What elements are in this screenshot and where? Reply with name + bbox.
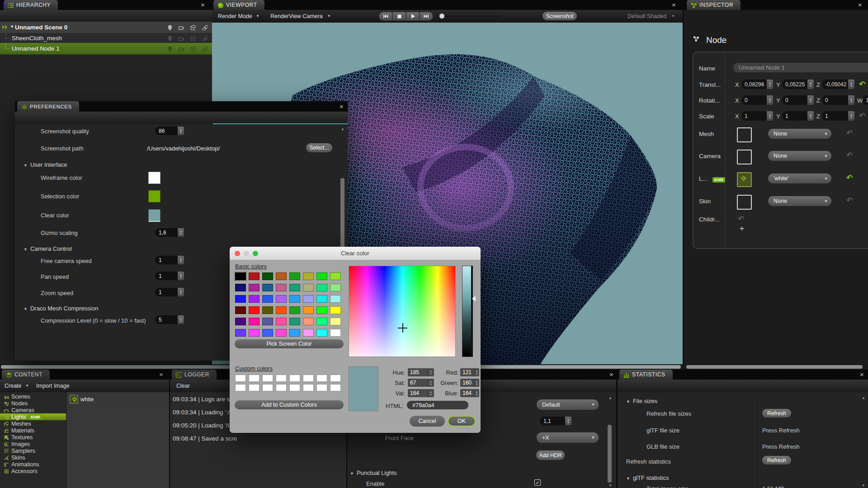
hierarchy-row-node-selected[interactable]: Unnamed Node 1 [0, 43, 212, 55]
mesh-undo-icon[interactable]: ↶ [846, 128, 853, 138]
custom-color-swatch[interactable] [330, 375, 341, 382]
basic-color-swatch[interactable] [303, 329, 314, 337]
location-pin-icon[interactable] [166, 24, 172, 30]
basic-color-swatch[interactable] [289, 329, 300, 337]
tab-viewport[interactable]: VIEWPORT [213, 0, 264, 10]
custom-color-swatch[interactable] [303, 375, 314, 382]
scale-z-field[interactable]: 1▲▼ [822, 111, 854, 121]
basic-color-swatch[interactable] [289, 318, 300, 325]
basic-color-swatch[interactable] [249, 295, 259, 303]
basic-color-swatch[interactable] [235, 306, 246, 314]
pan-speed-stepper[interactable]: 1▲▼ [155, 272, 184, 280]
camera-undo-icon[interactable]: ↶ [846, 150, 853, 160]
skin-undo-icon[interactable]: ↶ [846, 196, 853, 205]
basic-color-swatch[interactable] [276, 306, 287, 314]
basic-color-swatch[interactable] [262, 284, 273, 291]
basic-color-swatch[interactable] [316, 284, 327, 291]
camera-dropdown[interactable]: RenderView Camera [270, 13, 323, 19]
light-item-label[interactable]: white [80, 396, 94, 403]
exposure-stepper[interactable]: 1,1▲▼ [540, 417, 571, 425]
camera-checkbox[interactable] [737, 150, 752, 164]
sidebar-item-textures[interactable]: Textures [0, 434, 66, 441]
basic-color-swatch[interactable] [316, 295, 327, 303]
skin-dropdown[interactable]: None▼ [768, 196, 831, 206]
cube-icon[interactable] [190, 46, 196, 52]
statistics-close-icon[interactable]: × [860, 371, 864, 378]
scroll-up-icon[interactable]: ▲ [862, 396, 865, 400]
value-slider-handle[interactable] [472, 296, 476, 301]
basic-color-swatch[interactable] [235, 318, 246, 325]
gizmo-scaling-stepper[interactable]: 1,6▲▼ [155, 228, 184, 237]
sidebar-item-meshes[interactable]: Meshes [0, 420, 66, 427]
refresh-file-sizes-button[interactable]: Refresh [762, 409, 791, 418]
render-mode-dropdown[interactable]: Render Mode [218, 13, 252, 19]
hue-saturation-map[interactable] [349, 266, 456, 357]
hierarchy-row-scene[interactable]: * Unnamed Scene 0 [0, 22, 212, 33]
basic-color-swatch[interactable] [249, 272, 259, 280]
basic-color-swatch[interactable] [262, 295, 273, 303]
basic-color-swatch[interactable] [289, 306, 300, 314]
inspector-close-icon[interactable]: × [858, 1, 862, 8]
node-row-icons[interactable] [160, 46, 208, 52]
basic-color-swatch[interactable] [276, 329, 287, 337]
link-icon[interactable] [202, 46, 208, 52]
custom-color-swatch[interactable] [303, 384, 314, 391]
timeline-slider-handle[interactable] [439, 14, 444, 19]
basic-color-swatch[interactable] [316, 306, 327, 314]
children-undo-icon[interactable]: ↶ [738, 214, 744, 224]
stop-button[interactable] [393, 12, 406, 20]
preferences-close-icon[interactable]: × [340, 103, 344, 110]
scale-x-field[interactable]: 1▲▼ [741, 111, 773, 121]
cube-icon[interactable] [190, 24, 196, 30]
custom-color-swatch[interactable] [289, 384, 300, 391]
dialog-title-bar[interactable]: Clear color [230, 247, 481, 260]
tonemap-dropdown[interactable]: Default▼ [537, 399, 599, 410]
video-camera-icon[interactable] [178, 24, 184, 30]
mesh-checkbox[interactable] [737, 127, 752, 142]
camera-control-header[interactable]: ▼Camera Control [24, 245, 72, 252]
sat-field[interactable]: 67▲▼ [408, 379, 434, 387]
basic-color-swatch[interactable] [330, 284, 341, 291]
green-field[interactable]: 160▲▼ [460, 379, 479, 387]
basic-color-swatch[interactable] [289, 284, 300, 291]
translation-undo-icon[interactable]: ↶ [859, 80, 865, 89]
refresh-statistics-button[interactable]: Refresh [762, 456, 791, 465]
basic-color-swatch[interactable] [330, 318, 341, 325]
scroll-up-icon[interactable]: ▲ [341, 127, 344, 131]
video-camera-icon[interactable] [178, 35, 184, 41]
translation-y-field[interactable]: 0,05225▲▼ [782, 80, 814, 89]
hierarchy-close-icon[interactable]: × [201, 1, 205, 8]
hierarchy-row-mesh[interactable]: SheenCloth_mesh [0, 33, 212, 43]
sidebar-item-accessors[interactable]: Accessors [0, 468, 66, 474]
sidebar-item-materials[interactable]: Materials [0, 427, 66, 434]
light-undo-icon[interactable]: ↶ [846, 173, 853, 183]
add-hdr-button[interactable]: Add HDR [536, 450, 565, 460]
custom-color-swatch[interactable] [249, 384, 259, 391]
camera-dropdown-inspector[interactable]: None▼ [768, 151, 831, 161]
basic-color-swatch[interactable] [330, 295, 341, 303]
basic-color-swatch[interactable] [289, 295, 300, 303]
custom-color-swatch[interactable] [262, 384, 273, 391]
free-camera-speed-stepper[interactable]: 1▲▼ [155, 256, 184, 264]
rotation-w-field[interactable]: 1 [863, 95, 868, 105]
rotation-z-field[interactable]: 0▲▼ [822, 95, 854, 105]
select-path-button[interactable]: Select... [306, 143, 332, 152]
wireframe-color-swatch[interactable] [148, 172, 160, 184]
value-slider[interactable] [462, 266, 473, 357]
selection-color-swatch[interactable] [148, 190, 160, 202]
tab-logger[interactable]: LOGGER [172, 370, 217, 380]
video-camera-icon[interactable] [178, 46, 184, 52]
mesh-dropdown[interactable]: None▼ [768, 129, 831, 139]
enable-checkbox[interactable]: ✓ [534, 479, 541, 486]
user-interface-header[interactable]: ▼User Interface [24, 161, 67, 168]
location-pin-icon[interactable] [166, 35, 172, 41]
hue-field[interactable]: 185▲▼ [408, 368, 434, 376]
tab-preferences[interactable]: PREFERENCES [17, 101, 79, 112]
basic-color-swatch[interactable] [330, 272, 341, 280]
skin-checkbox[interactable] [737, 195, 752, 210]
basic-color-swatch[interactable] [249, 318, 259, 325]
tab-hierarchy[interactable]: HIERARCHY [4, 0, 58, 10]
basic-color-swatch[interactable] [262, 329, 273, 337]
tab-content[interactable]: CONTENT [2, 370, 50, 380]
link-icon[interactable] [202, 24, 208, 30]
